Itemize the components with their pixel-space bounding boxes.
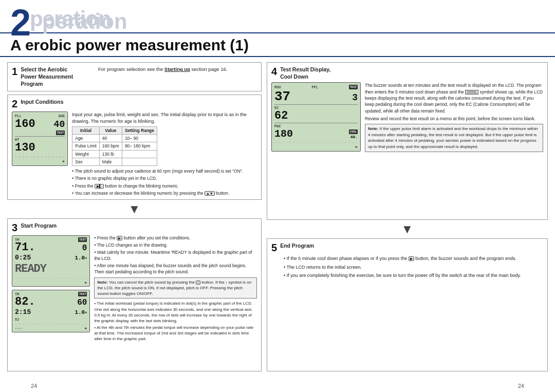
section-1-box: 1 Select the Aerobic Power Measurement P… <box>7 62 262 91</box>
section-4-lcd: MOU PFL TEST 37 3 EC 62 PWC <box>271 82 361 152</box>
section-4-title: Test Result Display, Cool Down <box>280 66 330 80</box>
section-1-text: For program selection see the Starting u… <box>98 66 257 73</box>
section-3-box: 3 Start Program TM TEST 71. <box>7 218 262 371</box>
section-5-title: End Program <box>280 242 314 249</box>
section-3-lcds: TM TEST 71. 0 0:25 1.0+ READY <box>12 235 90 332</box>
section-4-number: 4 <box>271 66 277 77</box>
footer-page-left: 24 <box>31 383 37 389</box>
settings-table: Initial Value Setting Range Age4010– 90 … <box>72 126 157 166</box>
section-4-text: The buzzer sounds at ten minutes and the… <box>365 82 543 152</box>
arrow-2: ▼ <box>267 223 548 235</box>
section-3-title: Start Program <box>21 222 57 229</box>
arrow-1: ▼ <box>7 203 262 215</box>
left-column: 1 Select the Aerobic Power Measurement P… <box>7 62 262 371</box>
section-2-number: 2 <box>12 98 17 109</box>
section-3-number: 3 <box>12 222 17 233</box>
page-wrapper: 2 peration peration A erobic power measu… <box>0 0 555 392</box>
header: 2 peration peration <box>0 0 555 33</box>
footer-page-right: 24 <box>518 383 524 389</box>
operation-label: peration <box>30 8 111 30</box>
right-column: 4 Test Result Display, Cool Down MOU PFL… <box>267 62 548 371</box>
section-2-box: 2 Input Conditions PLL AGE 160 40 <box>7 95 262 200</box>
page-title: A erobic power measurement (1) <box>0 35 555 57</box>
main-content: 1 Select the Aerobic Power Measurement P… <box>0 60 555 374</box>
section-1-number: 1 <box>12 66 17 77</box>
footer: 24 24 <box>0 383 555 389</box>
section-2-title: Input Conditions <box>21 98 63 105</box>
section-2-lcd: PLL AGE 160 40 TEST WT 130 <box>12 111 68 166</box>
section-4-box: 4 Test Result Display, Cool Down MOU PFL… <box>267 62 548 220</box>
section-5-text: • If the 5 minute cool down phase elapse… <box>271 255 543 279</box>
section-5-number: 5 <box>271 242 277 253</box>
section-1-title: Select the Aerobic Power Measurement Pro… <box>21 66 73 88</box>
section-2-text: Input your age, pulse limit, weight and … <box>72 111 257 197</box>
section-3-text: • Press the ▶ button after you set the c… <box>94 235 257 342</box>
large-number-2: 2 <box>10 4 31 41</box>
section-5-box: 5 End Program • If the 5 minute cool dow… <box>267 238 548 371</box>
